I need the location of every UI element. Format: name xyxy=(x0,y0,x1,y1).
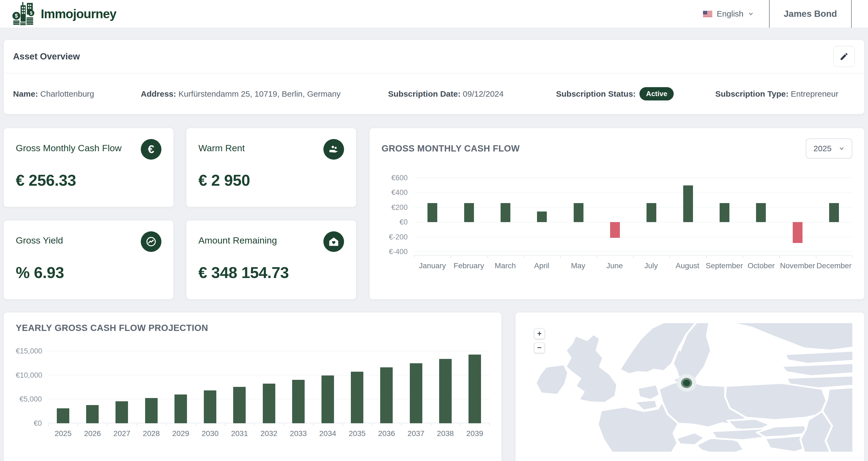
stat-value: € 2 950 xyxy=(198,171,344,189)
chart-bar xyxy=(263,384,275,423)
map-country xyxy=(729,322,853,351)
map[interactable]: + − xyxy=(526,322,853,453)
chart-bar xyxy=(233,387,246,423)
chart-bar xyxy=(292,380,305,423)
x-axis-label: 2038 xyxy=(431,429,460,438)
stat-card-gross-monthly-cash-flow: Gross Monthly Cash Flow € € 256.33 xyxy=(3,128,174,207)
x-axis-label: January xyxy=(414,261,451,270)
chart-bar xyxy=(410,363,422,423)
year-select[interactable]: 2025 xyxy=(806,138,852,159)
language-label: English xyxy=(717,9,743,19)
x-axis-tick xyxy=(706,256,707,258)
status-badge: Active xyxy=(640,87,674,100)
top-bar: $ $ Immojourney English xyxy=(0,0,868,28)
monthly-chart-title: GROSS MONTHLY CASH FLOW xyxy=(381,143,520,154)
monthly-cash-flow-card: GROSS MONTHLY CASH FLOW 2025 €600€400€20… xyxy=(369,128,865,300)
chart-bar xyxy=(116,401,128,423)
house-heart-icon xyxy=(323,231,344,252)
chart-bar xyxy=(175,394,187,423)
field-label: Name: xyxy=(13,89,38,98)
x-axis-label: 2030 xyxy=(195,429,225,438)
y-axis-label: €200 xyxy=(381,203,408,212)
x-axis-label: 2036 xyxy=(372,429,401,438)
chart-bar xyxy=(793,222,803,243)
chart-bar xyxy=(380,367,393,423)
euro-icon: € xyxy=(141,139,161,160)
yearly-bar-chart: €15,000€10,000€5,000€0 20252026202720282… xyxy=(16,345,490,438)
stat-card-amount-remaining: Amount Remaining € 348 154.73 xyxy=(186,220,356,300)
gridline xyxy=(414,177,852,178)
edit-button[interactable] xyxy=(833,46,855,67)
y-axis-label: €-200 xyxy=(381,233,408,241)
y-axis-label: €15,000 xyxy=(16,347,42,355)
x-axis-label: 2033 xyxy=(284,429,313,438)
x-axis-tick xyxy=(225,423,225,426)
x-axis-tick xyxy=(633,256,634,258)
x-axis-tick xyxy=(460,423,461,426)
map-country xyxy=(784,351,853,364)
x-axis-tick xyxy=(779,256,780,258)
x-axis-tick xyxy=(78,423,78,426)
field-value: Charlottenburg xyxy=(40,89,94,98)
chevron-down-icon xyxy=(748,11,754,17)
gridline xyxy=(414,192,852,193)
chart-bar xyxy=(145,398,158,423)
chart-bar xyxy=(647,203,656,222)
x-axis-tick xyxy=(816,256,816,258)
x-axis-label: November xyxy=(779,261,816,270)
chart-bar xyxy=(720,203,730,222)
x-axis-label: June xyxy=(596,261,633,270)
x-axis-label: 2039 xyxy=(460,429,490,438)
chart-bar xyxy=(464,203,474,222)
asset-field-address: Address: Kurfürstendamm 25, 10719, Berli… xyxy=(141,89,381,99)
us-flag-icon xyxy=(703,11,712,17)
zoom-in-button[interactable]: + xyxy=(534,328,545,339)
x-axis-tick xyxy=(414,256,415,258)
asset-field-name: Name: Charlottenburg xyxy=(13,89,134,99)
trend-up-icon xyxy=(141,231,161,252)
year-select-value: 2025 xyxy=(813,144,832,153)
x-axis-label: March xyxy=(487,261,523,270)
asset-field-subscription-status: Subscription Status: Active xyxy=(556,87,709,100)
field-value: Entrepreneur xyxy=(791,89,838,98)
x-axis-label: 2032 xyxy=(254,429,283,438)
chart-plot: €15,000€10,000€5,000€0 xyxy=(49,345,490,423)
zoom-out-button[interactable]: − xyxy=(534,342,545,353)
x-axis-label: 2037 xyxy=(401,429,431,438)
x-axis-tick xyxy=(342,423,343,426)
map-country xyxy=(781,363,853,376)
x-axis-label: 2029 xyxy=(166,429,195,438)
monthly-bar-chart: €600€400€200€0€-200€-400 JanuaryFebruary… xyxy=(381,171,852,270)
field-value: Kurfürstendamm 25, 10719, Berlin, German… xyxy=(178,89,341,98)
brand-title: Immojourney xyxy=(41,6,116,21)
chart-bar xyxy=(501,203,510,222)
stat-label: Warm Rent xyxy=(198,143,245,154)
x-axis-label: August xyxy=(669,261,706,270)
x-axis-tick xyxy=(597,256,597,258)
y-axis-label: €5,000 xyxy=(16,395,42,403)
language-selector[interactable]: English xyxy=(688,0,769,28)
rent-hand-icon xyxy=(323,139,344,160)
user-name: James Bond xyxy=(784,9,837,19)
chart-plot: €600€400€200€0€-200€-400 xyxy=(414,171,852,256)
gridline xyxy=(49,375,490,375)
x-axis-tick xyxy=(166,423,166,426)
user-menu[interactable]: James Bond xyxy=(770,0,851,28)
yearly-projection-card: YEARLY GROSS CASH FLOW PROJECTION €15,00… xyxy=(3,312,502,461)
chart-bar xyxy=(57,408,69,423)
chart-bar xyxy=(321,375,334,423)
chart-bar xyxy=(829,203,839,222)
asset-field-subscription-type: Subscription Type: Entrepreneur xyxy=(715,89,838,99)
europe-map xyxy=(526,322,853,453)
stat-value: € 348 154.73 xyxy=(198,263,344,282)
chart-bar xyxy=(537,211,547,222)
field-label: Subscription Type: xyxy=(715,89,788,98)
x-axis-tick xyxy=(313,423,314,426)
x-axis-tick xyxy=(137,423,137,426)
immojourney-logo-icon: $ $ xyxy=(11,1,36,26)
chart-bar xyxy=(204,390,216,423)
chart-bar xyxy=(439,359,452,423)
x-axis-tick xyxy=(852,256,853,258)
x-axis-tick xyxy=(284,423,284,426)
x-axis-tick xyxy=(451,256,451,258)
